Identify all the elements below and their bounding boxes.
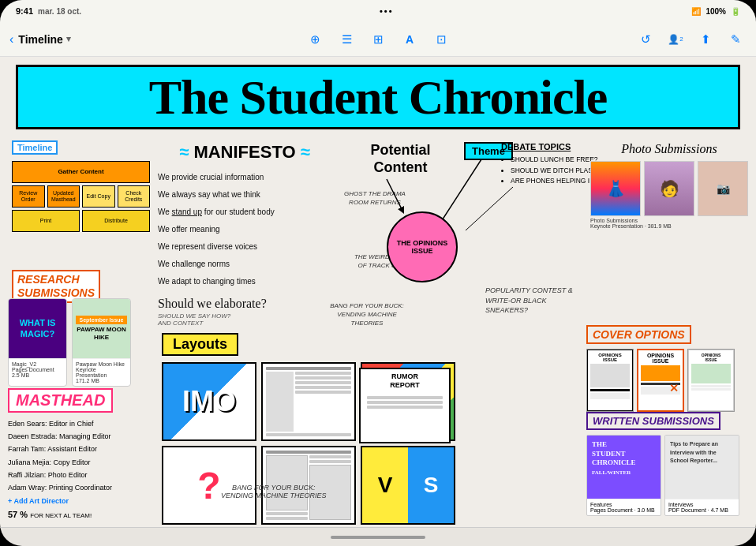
potential-section: PotentialContent <box>339 142 462 182</box>
notification-dots: ••• <box>380 6 394 16</box>
svg-line-2 <box>466 187 513 230</box>
layout-rumor-report[interactable]: RUMOR REPORT <box>359 368 451 443</box>
doc-card-magic[interactable]: WHAT IS MAGIC? Magic_V2Pages Document2.5… <box>8 298 67 387</box>
insert-icon[interactable]: ⊞ <box>367 28 389 50</box>
doc-magic-meta: Magic_V2Pages Document2.5 MB <box>9 358 66 380</box>
written-submissions-title: WRITTEN SUBMISSIONS <box>586 412 720 430</box>
undo-icon[interactable]: ↺ <box>634 28 657 50</box>
timeline-cell-credits[interactable]: Check Credits <box>118 185 151 208</box>
share-icon[interactable]: ⬆ <box>694 28 717 50</box>
main-title-banner: The Student Chronicle <box>16 65 740 129</box>
photo-thumb-1[interactable]: 👗 <box>590 161 641 216</box>
edit-icon[interactable]: ✎ <box>724 28 747 50</box>
opinions-bubble: THE OPINIONS ISSUE <box>387 211 458 282</box>
view-icon[interactable]: ☰ <box>335 28 357 50</box>
photo-thumb-3[interactable]: 📷 <box>698 161 748 216</box>
text-icon[interactable]: A <box>399 28 421 50</box>
masthead-percent: 57 % FOR NEXT AL TEAM! <box>8 510 166 519</box>
toolbar: ‹ Timeline ▾ ⊕ ☰ ⊞ A ⊡ ↺ 👤2 ⬆ ✎ <box>0 22 756 57</box>
cover-options-section: COVER OPTIONS OPINIONSISSUE OPINIONSISSU… <box>586 325 748 412</box>
timeline-cell-distribute[interactable]: Distribute <box>82 210 150 232</box>
battery-icon: 🔋 <box>731 7 740 16</box>
bottom-bar <box>0 527 756 546</box>
layout-vs[interactable]: V S <box>361 446 455 525</box>
home-indicator <box>331 536 425 539</box>
timeline-section: Timeline Gather Content Review Order Upd… <box>12 140 150 232</box>
elaborate-note: Should we elaborate? <box>158 297 331 311</box>
bang-buck-note: BANG FOR YOUR BUCK: VENDING MACHINE THEO… <box>327 301 406 328</box>
ipad-frame: 9:41 mar. 18 oct. ••• 📶 100% 🔋 ‹ Timelin… <box>0 0 756 546</box>
main-canvas: The Student Chronicle Timeline Gather Co… <box>0 57 756 527</box>
manifesto-item-1: We provide crucial information <box>158 169 331 186</box>
masthead-title: MASTHEAD <box>8 388 113 413</box>
interview-cover: Tips to Prepare an Interview with the Sc… <box>665 436 739 499</box>
add-art-director[interactable]: + Add Art Director <box>8 497 166 505</box>
popularity-note: POPULARITY CONTEST & WRITE-OR BLACK SNEA… <box>485 286 580 316</box>
masthead-member-1: Eden Sears: Editor in Chief <box>8 417 166 430</box>
document-title-group[interactable]: Timeline ▾ <box>18 33 71 46</box>
doc-card-hike[interactable]: September Issue PAWPAW MOON HIKE Pawpaw … <box>72 298 131 387</box>
chronicle-cover: THESTUDENTCHRONICLE FALL/WINTER <box>587 436 661 499</box>
timeline-label: Timeline <box>12 140 58 155</box>
photo-caption-1: Photo SubmissionsKeynote Presentation · … <box>590 218 748 229</box>
layouts-badge: Layouts <box>162 333 238 356</box>
manifesto-item-4: We offer meaning <box>158 221 331 238</box>
masthead-member-5: Raffi Jilzian: Photo Editor <box>8 469 166 481</box>
should-note: SHOULD WE SAY HOW? <box>158 312 331 320</box>
timeline-cell-print[interactable]: Print <box>12 210 80 232</box>
timeline-cell-edit[interactable]: Edit Copy <box>82 185 115 208</box>
layout-grid[interactable] <box>261 362 356 441</box>
title-chevron: ▾ <box>66 34 71 44</box>
written-card-interview[interactable]: Tips to Prepare an Interview with the Sc… <box>664 435 739 516</box>
written-cards: THESTUDENTCHRONICLE FALL/WINTER Features… <box>586 435 748 516</box>
masthead-list: Eden Sears: Editor in Chief Daeen Estrad… <box>8 417 166 494</box>
date: mar. 18 oct. <box>38 7 81 16</box>
status-bar: 9:41 mar. 18 oct. ••• 📶 100% 🔋 <box>0 0 756 22</box>
doc-cards: WHAT IS MAGIC? Magic_V2Pages Document2.5… <box>8 298 131 387</box>
media-icon[interactable]: ⊡ <box>430 28 452 50</box>
main-title-text: The Student Chronicle <box>149 70 608 124</box>
timeline-cell-gather[interactable]: Gather Content <box>12 161 150 183</box>
written-submissions-section: WRITTEN SUBMISSIONS THESTUDENTCHRONICLE … <box>586 412 748 516</box>
annotate-icon[interactable]: ⊕ <box>304 28 326 50</box>
cover-mini-1[interactable]: OPINIONSISSUE <box>586 349 634 412</box>
doc-magic-cover: WHAT IS MAGIC? <box>9 299 66 358</box>
photo-row: 👗 🧑 📷 <box>590 161 748 216</box>
potential-title: PotentialContent <box>339 142 462 176</box>
and-context: AND CONTEXT <box>158 320 331 327</box>
layout-imo[interactable]: IMO <box>162 362 256 441</box>
manifesto-item-2: We always say what we think <box>158 186 331 204</box>
ghost-story-note: GHOST THE DRAMA ROOM RETURNS <box>343 189 406 207</box>
timeline-cell-masthead[interactable]: Updated Masthead <box>47 185 80 208</box>
written-card-chronicle[interactable]: THESTUDENTCHRONICLE FALL/WINTER Features… <box>586 435 661 516</box>
timeline-grid: Gather Content Review Order Updated Mast… <box>12 161 150 232</box>
photo-submissions-section: Photo Submissions 👗 🧑 📷 <box>590 142 748 229</box>
cover-mini-3[interactable]: OPINIONSISSUE <box>687 349 735 412</box>
doc-hike-cover: September Issue PAWPAW MOON HIKE <box>73 299 130 358</box>
cover-options-title: COVER OPTIONS <box>586 325 691 344</box>
wifi-icon: 📶 <box>691 7 701 16</box>
manifesto-item-3: We stand up for our student body <box>158 204 331 221</box>
manifesto-title: ≈ MANIFESTO ≈ <box>158 142 331 163</box>
cover-mini-2[interactable]: OPINIONSISSUE ✕ <box>637 349 684 412</box>
masthead-section: MASTHEAD Eden Sears: Editor in Chief Dae… <box>8 388 166 519</box>
time: 9:41 <box>16 6 33 16</box>
masthead-member-2: Daeen Estrada: Managing Editor <box>8 430 166 443</box>
cover-options-row: OPINIONSISSUE OPINIONSISSUE ✕ <box>586 349 748 412</box>
chronicle-meta: FeaturesPages Document · 3.0 MB <box>587 499 661 515</box>
manifesto-item-6: We challenge norms <box>158 256 331 273</box>
timeline-cell-review[interactable]: Review Order <box>12 185 45 208</box>
bang-note-bottom: BANG FOR YOUR BUCK:VENDING MACHINE THEOR… <box>221 484 327 499</box>
back-button[interactable]: ‹ <box>9 32 13 47</box>
manifesto-section: ≈ MANIFESTO ≈ We provide crucial informa… <box>158 142 331 327</box>
manifesto-item-7: We adapt to changing times <box>158 273 331 290</box>
photo-section-title: Photo Submissions <box>590 142 748 156</box>
interview-meta: InterviewsPDF Document · 4.7 MB <box>665 499 739 515</box>
collaborate-icon[interactable]: 👤2 <box>664 28 687 50</box>
photo-thumb-2[interactable]: 🧑 <box>644 161 694 216</box>
document-title: Timeline <box>18 33 63 46</box>
masthead-member-4: Juliana Mejia: Copy Editor <box>8 456 166 469</box>
battery-text: 100% <box>705 7 726 16</box>
doc-hike-meta: Pawpaw Moon HikeKeynote Presentation171.… <box>73 358 130 386</box>
manifesto-item-5: We represent diverse voices <box>158 238 331 256</box>
